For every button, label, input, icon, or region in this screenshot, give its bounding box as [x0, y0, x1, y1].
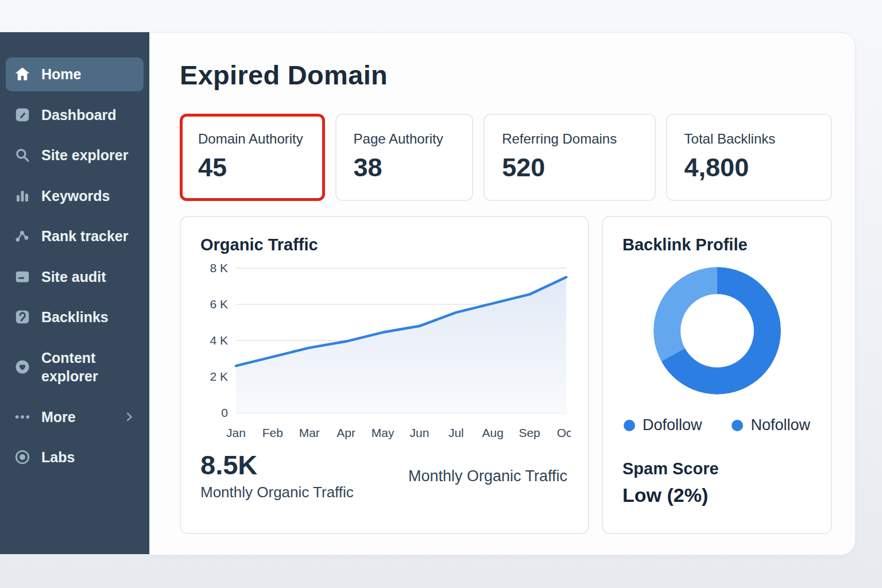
backlink-donut-chart: [653, 267, 781, 394]
legend-label: Nofollow: [751, 416, 810, 434]
rank-tracker-icon: [14, 227, 31, 245]
sidebar-item-label: Keywords: [41, 187, 110, 206]
svg-text:Jun: Jun: [410, 426, 430, 439]
sidebar-item-label: Home: [41, 65, 81, 84]
page-title: Expired Domain: [180, 59, 832, 91]
legend-item-dofollow: Dofollow: [624, 416, 702, 434]
stat-card-page-authority: Page Authority 38: [335, 114, 474, 201]
site-explorer-icon: [14, 146, 31, 164]
svg-text:Feb: Feb: [262, 426, 283, 439]
svg-text:Mar: Mar: [299, 426, 320, 439]
sidebar-item-site-audit[interactable]: Site audit: [6, 260, 144, 294]
sidebar-item-label: More: [41, 408, 76, 427]
home-icon: [14, 65, 31, 83]
svg-text:4 K: 4 K: [210, 334, 228, 347]
sidebar: Home Dashboard Site explorer Keywords Ra: [0, 32, 149, 554]
main-content: Expired Domain Domain Authority 45 Page …: [149, 32, 856, 555]
svg-text:Sep: Sep: [519, 426, 540, 439]
legend-item-nofollow: Nofollow: [732, 416, 810, 434]
svg-text:Apr: Apr: [336, 426, 355, 439]
sidebar-item-site-explorer[interactable]: Site explorer: [6, 138, 144, 172]
sidebar-item-rank-tracker[interactable]: Rank tracker: [6, 219, 144, 253]
organic-traffic-title: Organic Traffic: [200, 235, 568, 254]
backlink-profile-title: Backlink Profile: [622, 235, 811, 254]
svg-text:Aug: Aug: [482, 426, 504, 439]
stat-card-domain-authority: Domain Authority 45: [180, 114, 325, 201]
donut-legend: Dofollow Nofollow: [622, 416, 811, 434]
sidebar-item-label: Dashboard: [41, 106, 117, 125]
sidebar-item-label: Site audit: [41, 268, 106, 287]
svg-text:2 K: 2 K: [210, 370, 228, 383]
svg-text:8 K: 8 K: [210, 261, 228, 274]
svg-text:0: 0: [221, 406, 228, 419]
svg-text:May: May: [372, 426, 394, 439]
organic-traffic-chart: 02 K4 K6 K8 KJanFebMarAprMayJunJulAugSep…: [200, 259, 571, 450]
sidebar-item-label: Content explorer: [41, 349, 136, 386]
backlinks-icon: [14, 308, 31, 326]
sidebar-item-label: Site explorer: [41, 146, 128, 165]
charts-row: Organic Traffic 02 K4 K6 K8 KJanFebMarAp…: [180, 216, 832, 534]
traffic-summary: 8.5K Monthly Organic Traffic Monthly Org…: [200, 451, 568, 501]
stat-value: 520: [502, 153, 637, 183]
content-explorer-icon: [14, 358, 31, 376]
sidebar-item-label: Labs: [41, 448, 75, 467]
sidebar-item-home[interactable]: Home: [6, 57, 144, 91]
monthly-traffic-side-label: Monthly Organic Traffic: [408, 467, 567, 485]
sidebar-item-label: Rank tracker: [41, 227, 128, 246]
spam-score-label: Spam Score: [622, 459, 811, 478]
svg-text:Jul: Jul: [448, 426, 464, 439]
stat-value: 45: [198, 153, 307, 183]
organic-traffic-panel: Organic Traffic 02 K4 K6 K8 KJanFebMarAp…: [180, 216, 589, 534]
sidebar-item-label: Backlinks: [41, 308, 109, 327]
monthly-traffic-label: Monthly Organic Traffic: [200, 483, 354, 501]
stats-row: Domain Authority 45 Page Authority 38 Re…: [180, 114, 832, 201]
nofollow-dot-icon: [732, 420, 743, 431]
backlink-profile-panel: Backlink Profile Dofollow Nofollow Spam …: [602, 216, 832, 534]
sidebar-item-labs[interactable]: Labs: [6, 440, 144, 474]
keywords-icon: [14, 187, 31, 204]
stat-card-referring-domains: Referring Domains 520: [483, 114, 655, 201]
svg-text:Jan: Jan: [226, 426, 246, 439]
dashboard-icon: [14, 106, 31, 123]
svg-text:Oct: Oct: [557, 426, 571, 439]
dofollow-dot-icon: [624, 420, 635, 431]
more-icon: [14, 408, 31, 425]
stat-label: Page Authority: [354, 131, 455, 147]
monthly-traffic-value: 8.5K: [200, 451, 354, 479]
spam-score-value: Low (2%): [622, 484, 811, 506]
traffic-summary-left: 8.5K Monthly Organic Traffic: [200, 451, 354, 501]
donut-wrap: [622, 267, 811, 394]
sidebar-item-content-explorer[interactable]: Content explorer: [6, 341, 144, 393]
svg-text:6 K: 6 K: [210, 297, 228, 311]
legend-label: Dofollow: [643, 416, 702, 434]
sidebar-item-keywords[interactable]: Keywords: [6, 179, 144, 213]
site-audit-icon: [14, 268, 31, 285]
stat-value: 4,800: [684, 153, 814, 183]
app-window: Home Dashboard Site explorer Keywords Ra: [0, 0, 882, 588]
labs-icon: [14, 448, 31, 466]
stat-label: Domain Authority: [198, 131, 307, 147]
chevron-right-icon: [123, 411, 136, 423]
sidebar-item-more[interactable]: More: [6, 400, 144, 434]
sidebar-item-dashboard[interactable]: Dashboard: [6, 98, 144, 132]
stat-card-total-backlinks: Total Backlinks 4,800: [666, 114, 832, 201]
sidebar-item-backlinks[interactable]: Backlinks: [6, 300, 144, 334]
stat-label: Referring Domains: [502, 131, 637, 147]
stat-value: 38: [354, 153, 455, 183]
stat-label: Total Backlinks: [684, 131, 814, 147]
